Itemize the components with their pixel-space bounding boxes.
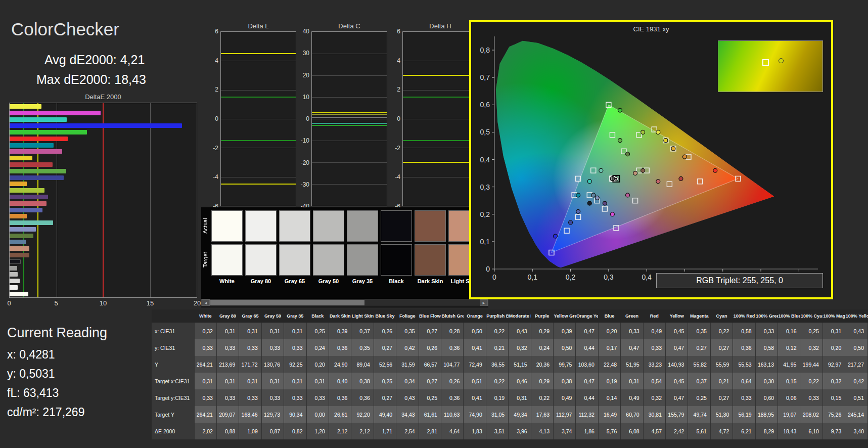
swatch-actual[interactable] (245, 210, 277, 242)
table-cell: 0,39 (329, 323, 351, 339)
swatch-actual[interactable] (211, 210, 243, 242)
deltae-bar-plot[interactable] (9, 103, 197, 298)
de-bar (10, 220, 53, 225)
table-cell: 0,31 (509, 389, 531, 406)
de-bar (10, 234, 33, 238)
row-label: ΔE 2000 (152, 423, 194, 439)
swatch-target[interactable] (211, 244, 243, 276)
de-bar (10, 188, 44, 193)
swatch-actual[interactable] (381, 210, 412, 242)
swatch-column: Dark Skin (415, 210, 446, 284)
scroll-right-icon[interactable]: ► (480, 299, 488, 306)
swatch-scrollbar[interactable]: ◄ ► (201, 299, 488, 306)
column-header: Gray 35 (284, 309, 306, 323)
bar-row (10, 130, 197, 135)
svg-text:0,4: 0,4 (642, 273, 652, 281)
table-cell: 0,21 (710, 373, 733, 389)
delta_l-plot[interactable] (220, 31, 296, 206)
table-cell: 112,97 (554, 406, 576, 423)
tolerance-line (312, 112, 387, 113)
table-cell: 0,16 (778, 323, 800, 339)
table-cell: 0,33 (621, 323, 643, 339)
tolerance-line (403, 97, 478, 98)
bar-row (10, 104, 197, 109)
table-cell: 0,29 (531, 323, 553, 339)
row-label: Target x:CIE31 (152, 373, 194, 389)
table-cell: 163,13 (755, 356, 778, 373)
table-cell: 0,33 (306, 389, 329, 406)
bar-row (10, 259, 197, 264)
swatch-target[interactable] (279, 244, 310, 276)
reading-x: x: 0,4281 (7, 348, 55, 362)
table-cell: 0,50 (464, 323, 486, 339)
y-tick-label: -20 (296, 159, 309, 166)
table-cell: 49,40 (374, 406, 396, 423)
swatch-panel: Actual Target WhiteGray 80Gray 65Gray 50… (201, 207, 488, 307)
bar-row (10, 137, 197, 141)
table-cell: 1,09 (239, 423, 261, 439)
de-bar (10, 279, 20, 283)
swatch-target[interactable] (347, 244, 378, 276)
column-header: Purplish Blue (486, 309, 508, 323)
cie-chart-panel[interactable]: CIE 1931 xy 00,10,20,30,40,50,60,70,800,… (469, 20, 833, 299)
bar-row (10, 208, 197, 212)
delta_h-plot[interactable] (402, 31, 478, 206)
swatch-actual[interactable] (415, 210, 446, 242)
y-tick-label: -4 (387, 173, 400, 181)
table-cell: 49,74 (688, 406, 710, 423)
y-tick-label: 2 (205, 86, 218, 93)
swatch-actual[interactable] (279, 210, 310, 242)
table-cell: 0,28 (441, 323, 463, 339)
bar-row (10, 117, 197, 122)
table-cell: 0,25 (688, 389, 710, 406)
bar-row (10, 234, 197, 238)
table-cell: 0,33 (216, 339, 239, 356)
table-cell: 0,64 (733, 373, 755, 389)
table-cell: 0,33 (216, 389, 239, 406)
row-label: Y (152, 356, 194, 373)
table-cell: 0,12 (778, 339, 800, 356)
table-cell: 30,81 (643, 406, 665, 423)
table-cell: 0,27 (710, 339, 733, 356)
reading-fl: fL: 63,413 (7, 386, 59, 400)
table-cell: 31,05 (486, 406, 508, 423)
swatch-target[interactable] (415, 244, 446, 276)
swatch-target[interactable] (313, 244, 344, 276)
inset-measured-dot-icon (779, 58, 784, 63)
table-cell: 129,73 (261, 406, 284, 423)
table-cell: 1,71 (374, 423, 396, 439)
table-cell: 199,44 (800, 356, 823, 373)
table-cell: 0,26 (374, 323, 396, 339)
swatch-label: Black (381, 278, 412, 284)
svg-text:0,5: 0,5 (480, 128, 490, 136)
column-header: Gray 50 (261, 309, 284, 323)
swatch-label: Gray 65 (279, 278, 310, 284)
scrollbar-thumb[interactable] (210, 300, 364, 305)
tolerance-line (312, 114, 387, 115)
y-tick-label: 10 (296, 94, 309, 101)
de-bar (10, 272, 18, 277)
swatch-actual[interactable] (313, 210, 344, 242)
table-cell: 9,73 (823, 423, 845, 439)
table-cell: 0,32 (643, 389, 665, 406)
table-cell: 0,31 (239, 323, 261, 339)
table-cell: 0,19 (598, 373, 620, 389)
y-tick-label: -30 (296, 181, 309, 188)
table-cell: 0,15 (823, 389, 845, 406)
max-de2000-label: Max dE2000: 18,43 (36, 72, 146, 87)
swatch-column: Gray 65 (279, 210, 310, 284)
table-cell: 22,48 (598, 356, 620, 373)
scroll-left-icon[interactable]: ◄ (202, 299, 210, 306)
swatch-actual[interactable] (347, 210, 378, 242)
table-cell: 0,45 (666, 373, 688, 389)
table-cell: 0,31 (261, 323, 284, 339)
swatch-target[interactable] (381, 244, 412, 276)
delta_c-plot[interactable] (311, 31, 387, 206)
table-cell: 4,57 (643, 423, 665, 439)
swatch-target[interactable] (245, 244, 277, 276)
table-cell: 104,77 (441, 356, 463, 373)
table-cell: 0,36 (329, 389, 351, 406)
table-cell: 52,56 (374, 356, 396, 373)
table-cell: 0,33 (284, 339, 306, 356)
table-cell: 0,33 (755, 323, 778, 339)
